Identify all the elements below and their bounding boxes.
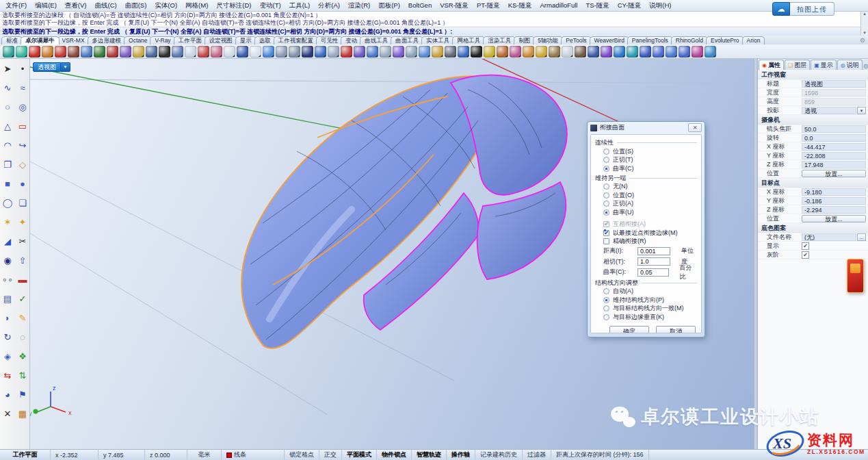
toolbar-icon[interactable]: ⚑ — [15, 385, 30, 404]
toolbar-icon[interactable]: ❐ — [0, 155, 15, 174]
toolbar-icon[interactable] — [627, 46, 638, 58]
toolbar-tab[interactable]: WeaverBird — [590, 36, 629, 44]
toolbar-icon[interactable] — [172, 46, 183, 58]
toolbar-icon[interactable]: ○ — [0, 97, 15, 116]
toolbar-tab[interactable]: 卓尔谟犀牛 — [21, 36, 60, 44]
toolbar-tab[interactable]: 渲染工具 — [483, 36, 516, 44]
menu-item[interactable]: TS-随意 — [581, 0, 613, 11]
property-value[interactable]: 透视 — [802, 107, 856, 114]
radio-option[interactable]: 正切(A) — [595, 200, 697, 209]
checkbox-option[interactable]: 互相衔接(A) — [595, 220, 697, 229]
toolbar-tab[interactable]: VSR-MX — [57, 36, 90, 44]
checkbox-option[interactable]: 精确衔接(R) — [595, 238, 697, 246]
property-value[interactable]: ✔ — [802, 242, 809, 250]
toolbar-tab[interactable]: 工作视窗配置 — [274, 36, 318, 44]
toolbar-icon[interactable] — [159, 46, 170, 58]
property-value[interactable]: 0.0 — [802, 134, 866, 142]
toolbar-icon[interactable]: ∘∘ — [0, 270, 15, 289]
toolbar-icon[interactable] — [432, 46, 443, 58]
toolbar-icon[interactable] — [185, 46, 196, 58]
layer-cell[interactable]: 线条 — [222, 450, 285, 460]
toolbar-icon[interactable]: ◈ — [0, 346, 15, 366]
toolbar-tab[interactable]: 5轴功能 — [533, 36, 563, 44]
menu-item[interactable]: 查看(V) — [61, 0, 91, 11]
units-cell[interactable]: 毫米 — [187, 450, 222, 460]
property-value[interactable]: (无) — [802, 233, 856, 241]
toolbar-icon[interactable] — [679, 46, 690, 58]
toolbar-tab[interactable]: 曲面工具 — [391, 36, 423, 44]
toolbar-icon[interactable]: ✕ — [0, 404, 15, 423]
toolbar-tab[interactable]: Octane — [124, 36, 152, 44]
menu-item[interactable]: 变动(T) — [256, 0, 285, 11]
toolbar-tab[interactable]: Arion — [742, 36, 765, 44]
toolbar-tab[interactable]: V-Ray — [150, 36, 175, 44]
panel-tab[interactable]: ❏ 图层 — [785, 60, 810, 70]
menu-item[interactable]: KS-随意 — [504, 0, 536, 11]
gear-icon[interactable]: ⚙ — [860, 36, 865, 44]
toolbar-icon[interactable] — [133, 46, 144, 58]
toolbar-icon[interactable] — [614, 46, 625, 58]
toolbar-icon[interactable] — [692, 46, 703, 58]
menu-item[interactable]: 分析(A) — [314, 0, 344, 11]
toolbar-icon[interactable] — [510, 46, 521, 58]
property-value[interactable]: -2.294 — [802, 206, 866, 214]
menu-item[interactable]: 面板(P) — [374, 0, 404, 11]
toolbar-icon[interactable] — [328, 46, 339, 58]
close-icon[interactable]: ✕ — [688, 123, 702, 132]
toolbar-icon[interactable]: ◠ — [0, 136, 15, 155]
toolbar-icon[interactable]: ⇧ — [15, 251, 30, 270]
toolbar-icon[interactable]: ➤ — [0, 59, 15, 78]
toolbar-icon[interactable] — [562, 46, 573, 58]
right-band-surface[interactable] — [477, 182, 566, 279]
toolbar-icon[interactable] — [484, 46, 495, 58]
y-axis-handle[interactable] — [34, 409, 38, 414]
toolbar-icon[interactable] — [55, 46, 66, 58]
toolbar-icon[interactable] — [666, 46, 677, 58]
ok-button[interactable]: 确定 — [609, 326, 649, 334]
radio-option[interactable]: 无(N) — [595, 183, 697, 192]
toolbar-icon[interactable] — [3, 46, 14, 58]
menu-item[interactable]: PT-随意 — [473, 0, 504, 11]
toolbar-icon[interactable]: ↪ — [15, 136, 30, 155]
command-prompt[interactable]: 选取要衔接至的下一段边缘，按 Enter 完成 （ 复原(U) 下一个(N) 全… — [0, 27, 868, 36]
toolbar-icon[interactable] — [289, 46, 300, 58]
radio-option[interactable]: 维持结构线方向(P) — [595, 296, 697, 305]
panel-tab[interactable]: ◍ 说明 — [837, 60, 863, 70]
status-toggle[interactable]: 距离上次保存的时间 (分钟): 156 — [551, 450, 649, 460]
toolbar-icon[interactable]: ● — [15, 174, 30, 193]
toolbar-icon[interactable]: ↻ — [0, 327, 15, 346]
toolbar-icon[interactable] — [471, 46, 482, 58]
field-input[interactable]: 0.05 — [637, 268, 669, 277]
property-value[interactable]: 17.948 — [802, 161, 866, 168]
menu-item[interactable]: 网格(M) — [181, 0, 212, 11]
menu-item[interactable]: 编辑(E) — [31, 0, 61, 11]
menu-item[interactable]: 说明(H) — [645, 0, 675, 11]
toolbar-icon[interactable] — [81, 46, 92, 58]
toolbar-icon[interactable]: • — [15, 59, 30, 78]
toolbar-icon[interactable]: ◢ — [0, 231, 15, 251]
toolbar-icon[interactable] — [68, 46, 79, 58]
toolbar-icon[interactable] — [367, 46, 378, 58]
menu-item[interactable]: ArmadilloFull — [536, 0, 582, 11]
status-toggle[interactable]: 记录建构历史 — [475, 450, 523, 460]
toolbar-icon[interactable]: ◇ — [15, 155, 30, 174]
toolbar-icon[interactable] — [458, 46, 469, 58]
dialog-title-bar[interactable]: 衔接曲面 ✕ — [588, 122, 705, 133]
toolbar-icon[interactable]: ✶ — [0, 212, 15, 231]
toolbar-icon[interactable] — [263, 46, 274, 58]
menu-item[interactable]: 实体(O) — [150, 0, 181, 11]
toolbar-icon[interactable] — [419, 46, 430, 58]
menu-item[interactable]: 渲染(R) — [344, 0, 374, 11]
toolbar-icon[interactable] — [16, 46, 27, 58]
toolbar-icon[interactable]: ◯ — [0, 193, 15, 212]
toolbar-icon[interactable]: ◕ — [0, 385, 15, 404]
viewport-tab-label[interactable]: 透视图 — [33, 62, 61, 72]
checkbox-option[interactable]: 以最接近点衔接边缘(M) — [595, 229, 697, 238]
cplane-selector[interactable]: 工作平面 — [0, 450, 51, 460]
toolbar-tab[interactable]: EvolutePro — [706, 36, 744, 44]
toolbar-icon[interactable]: ◎ — [15, 97, 30, 116]
chevron-down-icon[interactable]: ▼ — [61, 62, 70, 72]
toolbar-icon[interactable]: △ — [0, 116, 15, 136]
menu-item[interactable]: 工具(L) — [285, 0, 315, 11]
gear-icon[interactable]: ⚙ — [863, 63, 868, 70]
